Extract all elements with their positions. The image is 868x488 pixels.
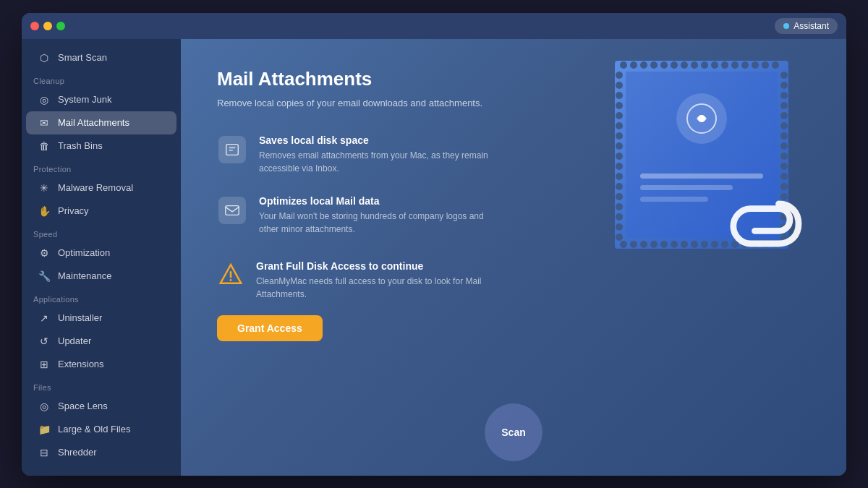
updater-icon: ↺ <box>38 335 51 348</box>
feature-mail-data-title: Optimizes local Mail data <box>259 195 490 207</box>
svg-point-29 <box>691 241 698 248</box>
sidebar-item-maintenance[interactable]: 🔧 Maintenance <box>26 265 176 288</box>
space-lens-icon: ◎ <box>38 400 51 413</box>
svg-point-60 <box>780 122 788 129</box>
svg-point-19 <box>752 61 759 69</box>
svg-point-28 <box>681 241 688 248</box>
sidebar-section-files: Files <box>22 376 181 395</box>
svg-point-21 <box>772 61 779 69</box>
assistant-button[interactable]: Assistant <box>775 18 838 34</box>
main-content: Mail Attachments Remove local copies of … <box>181 39 846 476</box>
sidebar-item-optimization[interactable]: ⚙ Optimization <box>26 241 176 265</box>
sidebar-item-extensions[interactable]: ⊞ Extensions <box>26 353 176 376</box>
feature-disk-space-desc: Removes email attachments from your Mac,… <box>259 149 490 175</box>
svg-point-20 <box>762 61 769 69</box>
warning-icon <box>217 260 244 288</box>
smart-scan-icon: ⬡ <box>38 51 51 64</box>
privacy-icon: ✋ <box>38 205 51 218</box>
svg-point-52 <box>616 213 623 221</box>
svg-point-39 <box>616 82 623 89</box>
sidebar-label-uninstaller: Uninstaller <box>58 312 102 323</box>
sidebar-item-large-old-files[interactable]: 📁 Large & Old Files <box>26 418 176 441</box>
extensions-icon: ⊞ <box>38 358 51 371</box>
svg-rect-3 <box>226 205 239 215</box>
sidebar-label-trash-bins: Trash Bins <box>58 140 103 151</box>
stamp-illustration <box>615 61 817 278</box>
grant-access-button[interactable]: Grant Access <box>217 315 323 341</box>
trash-bins-icon: 🗑 <box>38 140 51 153</box>
system-junk-icon: ◎ <box>38 93 51 106</box>
sidebar-label-mail-attachments: Mail Attachments <box>58 117 129 128</box>
sidebar-label-malware-removal: Malware Removal <box>58 182 133 193</box>
close-button[interactable] <box>30 22 39 30</box>
title-bar: Assistant <box>22 13 846 39</box>
feature-disk-space-title: Saves local disk space <box>259 134 490 146</box>
large-old-files-icon: 📁 <box>38 423 51 436</box>
warning-text: Grant Full Disk Access to continue Clean… <box>256 260 488 301</box>
svg-point-46 <box>616 153 623 160</box>
maintenance-icon: 🔧 <box>38 270 51 283</box>
svg-point-9 <box>650 61 658 69</box>
sidebar-section-applications: Applications <box>22 288 181 307</box>
svg-point-30 <box>701 241 708 248</box>
shredder-icon: ⊟ <box>38 446 51 459</box>
svg-point-8 <box>640 61 647 69</box>
assistant-dot <box>783 23 789 29</box>
svg-point-14 <box>701 61 708 69</box>
svg-point-56 <box>780 82 788 89</box>
svg-point-5 <box>230 279 232 281</box>
svg-point-7 <box>630 61 637 69</box>
svg-point-27 <box>671 241 678 248</box>
svg-point-43 <box>616 122 623 129</box>
scan-button[interactable]: Scan <box>485 403 542 461</box>
svg-point-15 <box>711 61 718 69</box>
sidebar-item-privacy[interactable]: ✋ Privacy <box>26 200 176 223</box>
warning-desc: CleanMyMac needs full access to your dis… <box>256 275 488 301</box>
feature-mail-data-text: Optimizes local Mail data Your Mail won'… <box>259 195 490 236</box>
svg-point-41 <box>616 102 623 109</box>
sidebar-item-system-junk[interactable]: ◎ System Junk <box>26 88 176 111</box>
sidebar-item-space-lens[interactable]: ◎ Space Lens <box>26 395 176 418</box>
svg-point-12 <box>681 61 688 69</box>
sidebar-item-updater[interactable]: ↺ Updater <box>26 330 176 353</box>
sidebar-section-speed: Speed <box>22 223 181 241</box>
minimize-button[interactable] <box>43 22 52 30</box>
sidebar-item-trash-bins[interactable]: 🗑 Trash Bins <box>26 134 176 158</box>
svg-point-40 <box>616 92 623 99</box>
svg-point-62 <box>780 142 788 150</box>
svg-point-54 <box>616 234 623 241</box>
mail-data-icon-wrap <box>217 195 247 226</box>
svg-point-6 <box>620 61 627 69</box>
sidebar-label-maintenance: Maintenance <box>58 270 111 281</box>
content-area: ⬡ Smart Scan Cleanup ◎ System Junk ✉ Mai… <box>22 39 846 476</box>
sidebar-item-mail-attachments[interactable]: ✉ Mail Attachments <box>26 111 176 134</box>
sidebar-item-smart-scan[interactable]: ⬡ Smart Scan <box>26 46 176 69</box>
optimization-icon: ⚙ <box>38 247 51 260</box>
sidebar-item-uninstaller[interactable]: ↗ Uninstaller <box>26 307 176 330</box>
svg-point-23 <box>630 241 637 248</box>
svg-point-17 <box>731 61 739 69</box>
warning-title: Grant Full Disk Access to continue <box>256 260 488 272</box>
maximize-button[interactable] <box>56 22 65 30</box>
svg-point-63 <box>780 153 788 160</box>
sidebar-label-large-old-files: Large & Old Files <box>58 424 130 435</box>
feature-disk-space: Saves local disk space Removes email att… <box>217 134 521 175</box>
svg-rect-2 <box>229 150 233 151</box>
sidebar-section-protection: Protection <box>22 158 181 176</box>
disk-space-icon <box>218 136 246 163</box>
svg-point-22 <box>620 241 627 248</box>
svg-point-13 <box>691 61 698 69</box>
svg-point-53 <box>616 223 623 231</box>
svg-point-11 <box>671 61 678 69</box>
traffic-lights <box>30 22 65 30</box>
mail-attachments-icon: ✉ <box>38 116 51 129</box>
disk-space-icon-wrap <box>217 134 247 165</box>
sidebar-item-malware-removal[interactable]: ✳ Malware Removal <box>26 176 176 200</box>
svg-point-48 <box>616 173 623 180</box>
uninstaller-icon: ↗ <box>38 312 51 325</box>
svg-point-65 <box>780 173 788 180</box>
svg-point-31 <box>711 241 718 248</box>
sidebar-item-shredder[interactable]: ⊟ Shredder <box>26 441 176 464</box>
svg-point-10 <box>660 61 668 69</box>
warning-disk-access: Grant Full Disk Access to continue Clean… <box>217 260 521 301</box>
